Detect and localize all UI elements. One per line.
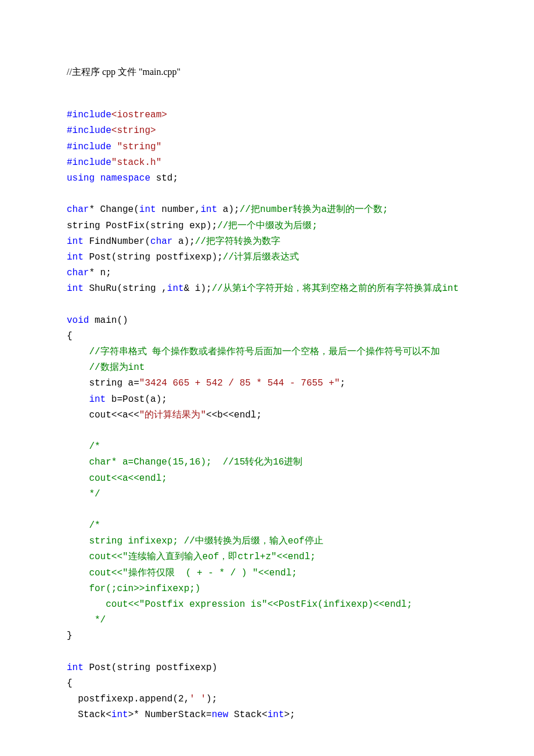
code-line: char* a=Change(15,16); //15转化为16进制 bbox=[67, 455, 467, 470]
code-token: cout<<"Postfix expression is"<<PostFix(i… bbox=[67, 599, 412, 610]
code-token: ShuRu(string , bbox=[84, 283, 167, 294]
code-token: namespace bbox=[100, 173, 150, 183]
code-token: & i); bbox=[184, 283, 212, 294]
code-token: { bbox=[67, 331, 73, 341]
code-token: <iostream> bbox=[111, 110, 167, 120]
code-token: #include bbox=[67, 157, 111, 168]
code-token: "3424 665 + 542 / 85 * 544 - 7655 +" bbox=[139, 378, 340, 388]
code-token: "的计算结果为" bbox=[139, 410, 206, 420]
code-line: } bbox=[67, 628, 467, 644]
code-line: //数据为int bbox=[67, 360, 467, 376]
code-line: //字符串格式 每个操作数或者操作符号后面加一个空格，最后一个操作符号可以不加 bbox=[67, 344, 467, 360]
code-token: } bbox=[67, 631, 73, 641]
code-token: int bbox=[111, 710, 128, 720]
code-token: number, bbox=[156, 204, 201, 215]
code-token: char bbox=[67, 204, 89, 215]
code-token: int bbox=[200, 204, 217, 215]
code-token: Post(string postfixexp) bbox=[84, 663, 217, 673]
code-token: cout<<a<< bbox=[67, 410, 139, 420]
code-token: * Change( bbox=[89, 204, 139, 215]
code-token: //从第i个字符开始，将其到空格之前的所有字符换算成int bbox=[212, 283, 459, 294]
code-token: string a= bbox=[67, 378, 139, 388]
code-token: cout<<a<<endl; bbox=[67, 473, 167, 484]
code-line: using namespace std; bbox=[67, 171, 467, 186]
code-token: string infixexp; //中缀转换为后缀，输入eof停止 bbox=[67, 536, 323, 546]
code-token: */ bbox=[67, 489, 100, 499]
code-token: int bbox=[89, 394, 106, 405]
code-line: /* bbox=[67, 439, 467, 455]
code-token: new bbox=[212, 710, 229, 720]
code-token: Stack< bbox=[228, 710, 267, 720]
code-token: int bbox=[167, 283, 184, 294]
code-token: int bbox=[67, 252, 84, 262]
code-line: #include"stack.h" bbox=[67, 155, 467, 171]
code-line bbox=[67, 297, 467, 312]
code-line: postfixexp.append(2,' '); bbox=[67, 692, 467, 707]
code-token: "stack.h" bbox=[111, 157, 161, 168]
code-line: for(;cin>>infixexp;) bbox=[67, 581, 467, 597]
code-line: cout<<"Postfix expression is"<<PostFix(i… bbox=[67, 597, 467, 613]
code-line: #include "string" bbox=[67, 139, 467, 155]
code-token: a); bbox=[217, 204, 239, 215]
code-line: int Post(string postfixexp);//计算后缀表达式 bbox=[67, 250, 467, 265]
code-line: string PostFix(string exp);//把一个中缀改为后缀; bbox=[67, 218, 467, 234]
code-token: */ bbox=[67, 615, 106, 625]
code-token: FindNumber( bbox=[84, 236, 150, 247]
code-token bbox=[67, 362, 89, 373]
code-token: Stack< bbox=[67, 710, 111, 720]
code-token: cout<<"连续输入直到输入eof，即ctrl+z"<<endl; bbox=[67, 552, 316, 562]
code-token: //把字符转换为数字 bbox=[195, 236, 280, 247]
code-token: string PostFix(string exp); bbox=[67, 221, 217, 231]
code-token: std; bbox=[150, 173, 178, 183]
code-token: void bbox=[67, 315, 89, 326]
code-line: #include<iostream> bbox=[67, 107, 467, 123]
code-token: int bbox=[67, 283, 84, 294]
code-line: cout<<"连续输入直到输入eof，即ctrl+z"<<endl; bbox=[67, 549, 467, 565]
code-line: cout<<"操作符仅限 ( + - * / ) "<<endl; bbox=[67, 566, 467, 581]
code-token: #include bbox=[67, 110, 111, 120]
code-token: //把一个中缀改为后缀; bbox=[217, 221, 317, 231]
code-token bbox=[67, 347, 89, 357]
code-line: int FindNumber(char a);//把字符转换为数字 bbox=[67, 234, 467, 250]
code-line: cout<<a<<endl; bbox=[67, 471, 467, 487]
code-token: #include bbox=[67, 125, 111, 136]
code-line: #include<string> bbox=[67, 123, 467, 139]
code-token: <string> bbox=[111, 125, 156, 136]
code-line: /* bbox=[67, 518, 467, 534]
code-token: int bbox=[139, 204, 156, 215]
code-token: main() bbox=[89, 315, 128, 326]
code-token: for(;cin>>infixexp;) bbox=[67, 584, 200, 594]
code-token: b=Post(a); bbox=[106, 394, 167, 405]
code-line: */ bbox=[67, 613, 467, 628]
code-token: /* bbox=[89, 520, 100, 531]
code-line: { bbox=[67, 676, 467, 692]
code-token: ' ' bbox=[189, 694, 206, 704]
code-line: void main() bbox=[67, 313, 467, 329]
code-token: <<b<<endl; bbox=[206, 410, 262, 420]
code-token bbox=[95, 173, 100, 183]
code-token: postfixexp.append(2, bbox=[67, 694, 189, 704]
code-token: { bbox=[67, 678, 73, 689]
code-block: #include<iostream>#include<string>#inclu… bbox=[67, 107, 467, 723]
code-token: >; bbox=[284, 710, 295, 720]
header-text: //主程序 cpp 文件 "main.cpp" bbox=[67, 67, 181, 77]
code-token bbox=[111, 142, 117, 152]
code-line: int ShuRu(string ,int& i);//从第i个字符开始，将其到… bbox=[67, 281, 467, 297]
code-line bbox=[67, 645, 467, 660]
code-token: int bbox=[67, 663, 84, 673]
code-token: ); bbox=[206, 694, 217, 704]
code-token bbox=[67, 441, 89, 452]
code-token: #include bbox=[67, 142, 111, 152]
code-token: char* a=Change(15,16); //15转化为16进制 bbox=[67, 457, 302, 467]
code-token bbox=[67, 394, 89, 405]
code-token: Post(string postfixexp); bbox=[84, 252, 223, 262]
code-token: char bbox=[150, 236, 172, 247]
code-token: char bbox=[67, 268, 89, 278]
code-token: //数据为int bbox=[89, 362, 145, 373]
code-line: */ bbox=[67, 487, 467, 502]
code-token: a); bbox=[172, 236, 194, 247]
code-token: //字符串格式 每个操作数或者操作符号后面加一个空格，最后一个操作符号可以不加 bbox=[89, 347, 440, 357]
code-token: using bbox=[67, 173, 95, 183]
document-header: //主程序 cpp 文件 "main.cpp" bbox=[67, 64, 467, 80]
code-token: int bbox=[67, 236, 84, 247]
